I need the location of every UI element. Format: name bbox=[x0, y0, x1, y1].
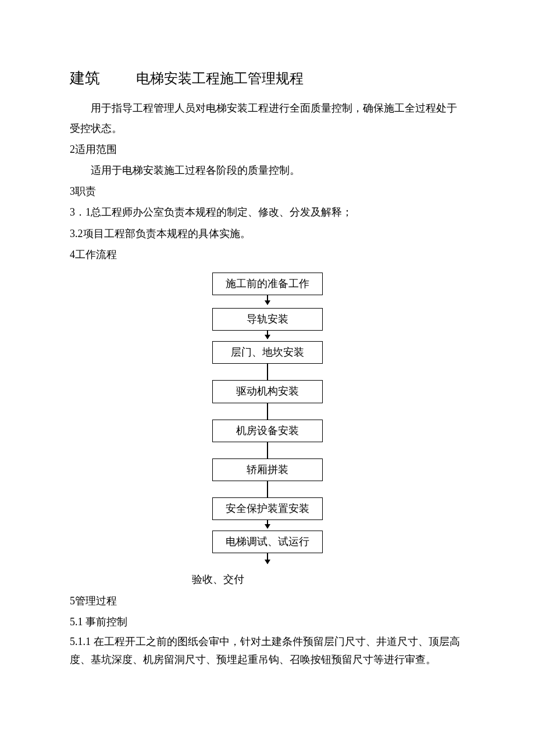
flow-arrow bbox=[267, 553, 268, 564]
flow-connector bbox=[267, 364, 268, 380]
flow-step-3: 层门、地坎安装 bbox=[212, 341, 323, 364]
flow-step-2: 导轨安装 bbox=[212, 308, 323, 331]
section-2-heading: 2适用范围 bbox=[70, 139, 465, 159]
flow-step-8: 电梯调试、试运行 bbox=[212, 531, 323, 553]
flow-step-7: 安全保护装置安装 bbox=[212, 497, 323, 520]
flow-connector bbox=[267, 481, 268, 497]
title-left: 建筑 bbox=[70, 64, 100, 92]
section-5-heading: 5管理过程 bbox=[70, 591, 465, 611]
flow-arrow bbox=[267, 520, 268, 528]
title-right: 电梯安装工程施工管理规程 bbox=[136, 66, 304, 92]
intro-paragraph: 用于指导工程管理人员对电梯安装工程进行全面质量控制，确保施工全过程处于受控状态。 bbox=[70, 98, 465, 138]
flow-arrow bbox=[267, 331, 268, 339]
section-4-heading: 4工作流程 bbox=[70, 245, 465, 264]
flow-step-4: 驱动机构安装 bbox=[212, 380, 323, 403]
flow-step-1: 施工前的准备工作 bbox=[212, 273, 323, 295]
flow-step-5: 机房设备安装 bbox=[212, 420, 323, 442]
document-title: 建筑 电梯安装工程施工管理规程 bbox=[70, 64, 465, 92]
flow-arrow bbox=[267, 295, 268, 304]
section-3-heading: 3职责 bbox=[70, 181, 465, 201]
flow-connector bbox=[267, 442, 268, 458]
flow-step-6: 轿厢拼装 bbox=[212, 458, 323, 481]
section-5-1-heading: 5.1 事前控制 bbox=[70, 612, 465, 632]
section-3-item-1: 3．1总工程师办公室负责本规程的制定、修改、分发及解释； bbox=[70, 202, 465, 222]
section-2-body: 适用于电梯安装施工过程各阶段的质量控制。 bbox=[70, 160, 465, 180]
section-3-item-2: 3.2项目工程部负责本规程的具体实施。 bbox=[70, 224, 465, 243]
flow-connector bbox=[267, 403, 268, 420]
flow-final-step: 验收、交付 bbox=[70, 569, 465, 589]
workflow-flowchart: 施工前的准备工作 导轨安装 层门、地坎安装 驱动机构安装 机房设备安装 轿厢拼装… bbox=[70, 273, 465, 564]
section-5-1-1-body: 5.1.1 在工程开工之前的图纸会审中，针对土建条件预留层门尺寸、井道尺寸、顶层… bbox=[70, 633, 465, 668]
